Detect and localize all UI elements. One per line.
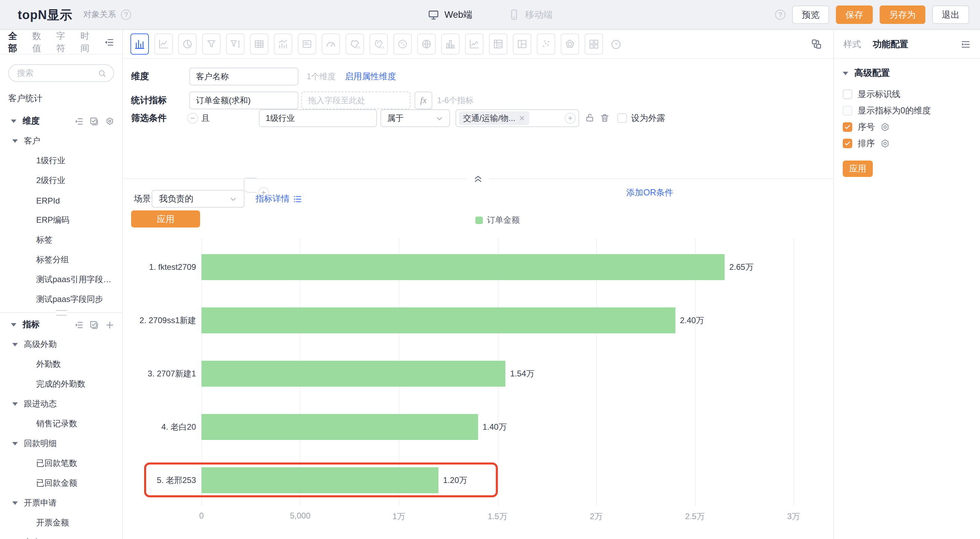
tree-item[interactable]: 维度 <box>0 112 122 131</box>
card-tool[interactable] <box>298 33 316 55</box>
pie-chart-tool[interactable] <box>178 33 197 55</box>
metric-detail-link[interactable]: 指标详情 <box>255 190 302 208</box>
tab-style[interactable]: 样式 <box>843 38 861 50</box>
funnel-compare-tool[interactable] <box>226 33 245 55</box>
enable-attribute-dimension-link[interactable]: 启用属性维度 <box>345 68 396 85</box>
expand-all-icon[interactable] <box>74 117 83 126</box>
world-map-tool[interactable] <box>393 33 412 55</box>
metric-drop-zone[interactable]: 拖入字段至此处 <box>301 91 410 109</box>
tree-item[interactable]: 标签分组 <box>0 250 122 270</box>
tree-item[interactable]: 指标 <box>0 315 122 335</box>
tab-mobile[interactable]: 移动端 <box>508 8 553 21</box>
tree-item[interactable]: 跟进动态 <box>0 394 122 414</box>
filter-value-chip[interactable]: 交通/运输/物... ✕ <box>459 112 529 125</box>
sidebar-tab-2[interactable]: 数值 <box>32 30 47 54</box>
multi-select-icon[interactable] <box>89 321 99 330</box>
table-tool[interactable] <box>250 33 268 55</box>
tree-item[interactable]: 客户 <box>0 131 122 151</box>
bar[interactable] <box>202 414 478 440</box>
apply-settings-button[interactable]: 应用 <box>843 161 873 177</box>
metric-field[interactable]: 订单金额(求和) <box>189 91 298 109</box>
collapse-sidebar-icon[interactable] <box>105 37 114 47</box>
formula-fx-button[interactable]: fx <box>415 91 432 109</box>
tab-function-config[interactable]: 功能配置 <box>873 38 908 50</box>
subtitle-help-icon[interactable]: ? <box>121 10 131 20</box>
tree-item[interactable]: 客户 <box>0 533 122 539</box>
tree-item[interactable]: ERP编码 <box>0 210 122 230</box>
chart-type-help-icon[interactable]: ? <box>611 38 622 49</box>
filter-operator-select[interactable]: 属于 <box>380 109 450 127</box>
scatter-tool[interactable] <box>537 33 555 55</box>
add-value-icon[interactable] <box>565 113 576 124</box>
tree-item[interactable]: 高级外勤 <box>0 335 122 354</box>
line-chart-tool[interactable] <box>154 33 173 55</box>
histogram-tool[interactable] <box>441 33 460 55</box>
tree-item[interactable]: 标签 <box>0 230 122 250</box>
tree-item[interactable]: 1级行业 <box>0 151 122 171</box>
tree-item[interactable]: 完成的外勤数 <box>0 374 122 394</box>
sidebar-tab-4[interactable]: 时间 <box>81 30 95 54</box>
chip-remove-icon[interactable]: ✕ <box>519 114 525 123</box>
tree-item[interactable]: 销售记录数 <box>0 414 122 434</box>
tab-web[interactable]: Web端 <box>427 8 472 21</box>
trend-chart-tool[interactable] <box>465 33 484 55</box>
collapse-panel-icon[interactable] <box>961 39 970 49</box>
option-checkbox[interactable] <box>843 106 852 115</box>
globe-tool[interactable] <box>417 33 436 55</box>
dimension-field[interactable]: 客户名称 <box>189 68 298 85</box>
filter-field-input[interactable]: 1级行业 <box>259 109 377 127</box>
multi-select-icon[interactable] <box>89 117 99 126</box>
object-relation-label[interactable]: 对象关系 <box>83 9 116 21</box>
scene-select[interactable]: 我负责的 <box>152 190 245 208</box>
radar-tool[interactable] <box>561 33 579 55</box>
advanced-config-section[interactable]: 高级配置 <box>843 65 971 81</box>
bar[interactable] <box>202 254 725 280</box>
blocks-tool[interactable] <box>585 33 603 55</box>
save-button[interactable]: 保存 <box>836 5 873 24</box>
tree-item[interactable]: 开票金额 <box>0 513 122 533</box>
pivot-table-tool[interactable] <box>489 33 508 55</box>
save-as-button[interactable]: 另存为 <box>880 5 925 24</box>
sidebar-tab-3[interactable]: 字符 <box>56 30 71 54</box>
option-settings-icon[interactable] <box>880 122 890 132</box>
bar[interactable] <box>202 361 505 387</box>
filter-logic-operator[interactable]: 且 <box>202 109 210 127</box>
option-checkbox[interactable] <box>843 89 852 99</box>
lock-icon[interactable] <box>585 113 595 123</box>
tree-item[interactable]: 2级行业 <box>0 171 122 191</box>
tree-item[interactable]: 已回款笔数 <box>0 454 122 474</box>
tree-item[interactable]: 回款明细 <box>0 434 122 454</box>
remove-condition-icon[interactable] <box>187 113 198 124</box>
bar-chart-tool[interactable] <box>130 33 149 55</box>
bar[interactable] <box>202 308 675 333</box>
tree-item[interactable]: 外勤数 <box>0 354 122 374</box>
option-checkbox[interactable] <box>843 122 852 132</box>
option-settings-icon[interactable] <box>880 139 890 148</box>
tree-item[interactable]: 测试paas字段同步 <box>0 290 122 309</box>
tree-item[interactable]: ERPId <box>0 191 122 210</box>
combo-chart-tool[interactable] <box>274 33 292 55</box>
tree-item[interactable]: 测试paas引用字段带出 <box>0 270 122 290</box>
search-input[interactable] <box>16 68 98 78</box>
expand-all-icon[interactable] <box>74 321 83 330</box>
preview-button[interactable]: 预览 <box>792 5 829 24</box>
china-map-tool[interactable]: CN <box>345 33 364 55</box>
help-icon[interactable]: ? <box>775 10 785 20</box>
tree-item[interactable]: 已回款金额 <box>0 474 122 493</box>
search-icon[interactable] <box>98 69 107 78</box>
filter-value-box[interactable]: 交通/运输/物... ✕ <box>455 109 579 127</box>
sidebar-tab-1[interactable]: 全部 <box>8 30 23 54</box>
plus-icon[interactable] <box>105 321 114 330</box>
swap-axes-icon[interactable] <box>811 38 822 50</box>
option-checkbox[interactable] <box>843 139 852 148</box>
bar[interactable] <box>202 467 438 493</box>
exit-button[interactable]: 退出 <box>932 5 969 24</box>
china-bubble-map-tool[interactable]: CN <box>369 33 388 55</box>
legend-item[interactable]: 订单金额 <box>475 215 520 226</box>
layout-tool[interactable] <box>513 33 531 55</box>
funnel-tool[interactable] <box>202 33 221 55</box>
settings-icon[interactable] <box>105 117 114 126</box>
tree-drag-divider[interactable] <box>0 309 122 315</box>
gauge-tool[interactable] <box>322 33 340 55</box>
expose-checkbox[interactable] <box>617 113 627 123</box>
